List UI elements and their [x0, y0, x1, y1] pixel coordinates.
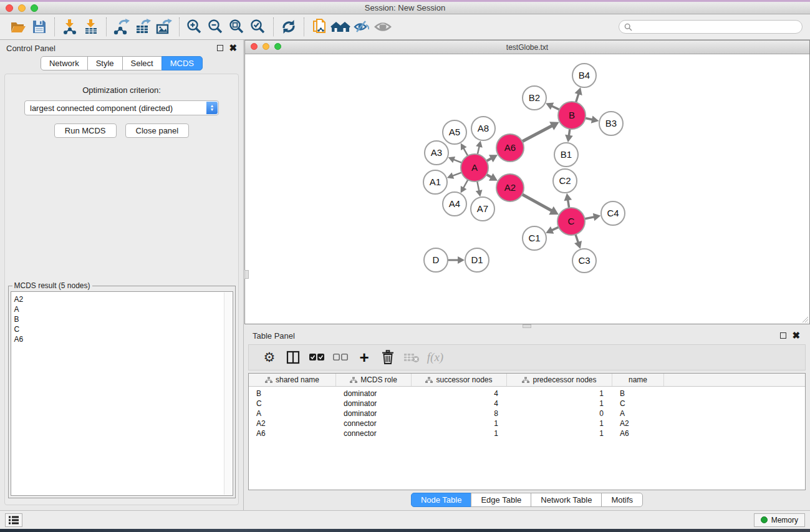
tab-node-table[interactable]: Node Table [411, 493, 472, 507]
save-session-button[interactable] [29, 17, 50, 37]
table-cell[interactable]: connector [336, 428, 412, 438]
hide-details-button[interactable] [351, 17, 372, 37]
criterion-select[interactable]: largest connected component (directed) ▲… [24, 100, 219, 115]
close-network-window-button[interactable] [251, 43, 258, 50]
table-cell[interactable]: C [249, 399, 336, 409]
close-window-button[interactable] [6, 4, 13, 12]
network-graph[interactable]: AA1A2A3A4A5A6A7A8BB1B2B3B4CC1C2C3C4DD1 [245, 54, 802, 323]
table-cell[interactable]: C [612, 399, 664, 409]
copy-network-button[interactable] [309, 17, 330, 37]
table-row[interactable]: Adominator80A [249, 409, 805, 418]
table-cell[interactable]: A6 [612, 428, 664, 438]
minimize-network-window-button[interactable] [263, 43, 269, 50]
result-item[interactable]: A6 [14, 334, 221, 344]
tab-style[interactable]: Style [87, 56, 123, 70]
tab-select[interactable]: Select [122, 56, 162, 70]
zoom-in-button[interactable] [184, 17, 205, 37]
resize-grip-icon[interactable] [801, 315, 809, 323]
result-item[interactable]: A2 [14, 294, 221, 304]
column-header-shared-name[interactable]: shared name [249, 374, 336, 386]
graph-edge-A2-C[interactable] [521, 194, 552, 211]
table-cell[interactable]: 1 [507, 418, 612, 428]
table-cell[interactable]: 1 [507, 389, 612, 399]
result-list-scrollbar[interactable] [224, 293, 232, 495]
result-item[interactable]: A [14, 304, 221, 314]
table-cell[interactable]: dominator [336, 409, 412, 418]
tab-edge-table[interactable]: Edge Table [471, 493, 531, 507]
table-cell[interactable]: connector [336, 418, 412, 428]
result-item[interactable]: B [14, 314, 221, 324]
delete-table-button[interactable] [400, 347, 423, 368]
export-table-button[interactable] [132, 17, 153, 37]
task-history-button[interactable] [5, 513, 22, 527]
delete-column-button[interactable] [376, 347, 400, 368]
zoom-out-button[interactable] [205, 17, 226, 37]
function-builder-button[interactable]: f(x) [423, 347, 447, 368]
table-cell[interactable]: B [249, 389, 336, 399]
open-session-button[interactable] [7, 17, 29, 37]
result-item[interactable]: C [14, 324, 221, 334]
zoom-fit-button[interactable] [226, 17, 248, 37]
table-cell[interactable]: B [612, 389, 664, 399]
column-header-predecessor-nodes[interactable]: predecessor nodes [507, 374, 612, 386]
table-settings-button[interactable]: ⚙ [258, 347, 281, 368]
table-cell[interactable]: A2 [249, 418, 336, 428]
table-cell[interactable]: A6 [249, 428, 336, 438]
table-row[interactable]: A6connector11A6 [249, 428, 805, 438]
table-cell[interactable]: 1 [507, 399, 612, 409]
search-field[interactable] [619, 20, 803, 34]
select-all-button[interactable] [305, 347, 329, 368]
table-cell[interactable]: A2 [612, 418, 664, 428]
graph-edge-A6-B[interactable] [521, 125, 553, 142]
close-panel-button[interactable]: Close panel [125, 123, 190, 138]
run-mcds-button[interactable]: Run MCDS [54, 123, 117, 138]
column-header-mcds-role[interactable]: MCDS role [336, 374, 412, 386]
table-cell[interactable]: 8 [412, 409, 507, 418]
minimize-window-button[interactable] [18, 4, 26, 12]
horizontal-splitter-handle[interactable] [523, 324, 531, 328]
table-row[interactable]: A2connector11A2 [249, 418, 805, 428]
zoom-selected-button[interactable] [248, 17, 269, 37]
table-cell[interactable]: dominator [336, 399, 412, 409]
float-table-panel-icon[interactable] [780, 332, 786, 339]
search-input[interactable] [635, 22, 797, 31]
column-header-successor-nodes[interactable]: successor nodes [412, 374, 507, 386]
maximize-network-window-button[interactable] [274, 43, 281, 50]
table-cell[interactable]: A [249, 409, 336, 418]
column-header-name[interactable]: name [612, 374, 664, 386]
import-network-button[interactable] [59, 17, 80, 37]
table-cell[interactable]: 0 [507, 409, 612, 418]
tab-network[interactable]: Network [41, 56, 88, 70]
close-table-panel-icon[interactable]: ✖ [792, 332, 800, 339]
export-image-button[interactable] [153, 17, 175, 37]
show-columns-button[interactable] [281, 347, 305, 368]
table-cell[interactable]: dominator [336, 389, 412, 399]
table-row[interactable]: Cdominator41C [249, 399, 805, 409]
table-cell[interactable]: 1 [507, 428, 612, 438]
tab-mcds[interactable]: MCDS [162, 56, 203, 70]
table-cell[interactable]: 4 [412, 399, 507, 409]
close-panel-icon[interactable]: ✖ [229, 45, 237, 51]
unselect-all-button[interactable] [329, 347, 352, 368]
vertical-splitter-handle[interactable] [244, 270, 249, 279]
network-canvas[interactable]: AA1A2A3A4A5A6A7A8BB1B2B3B4CC1C2C3C4DD1 [245, 54, 809, 324]
table-row[interactable]: Bdominator41B [249, 389, 805, 399]
maximize-window-button[interactable] [31, 4, 38, 12]
export-network-button[interactable] [111, 17, 132, 37]
tab-network-table[interactable]: Network Table [531, 493, 602, 507]
create-column-button[interactable]: + [352, 347, 376, 368]
home-view-button[interactable] [330, 17, 351, 37]
import-table-button[interactable] [80, 17, 102, 37]
float-panel-icon[interactable] [217, 45, 223, 51]
tab-motifs[interactable]: Motifs [601, 493, 643, 507]
table-cell[interactable]: 1 [412, 428, 507, 438]
mcds-result-list[interactable]: A2ABCA6 [11, 291, 233, 496]
birds-eye-button[interactable] [372, 17, 393, 37]
memory-button[interactable]: Memory [754, 513, 805, 527]
table-cell[interactable]: 1 [412, 418, 507, 428]
table-cell[interactable]: 4 [412, 389, 507, 399]
horizontal-splitter[interactable] [244, 324, 810, 328]
select-stepper-icon[interactable]: ▲▼ [206, 102, 218, 114]
table-cell[interactable]: A [612, 409, 664, 418]
refresh-view-button[interactable] [278, 17, 299, 37]
